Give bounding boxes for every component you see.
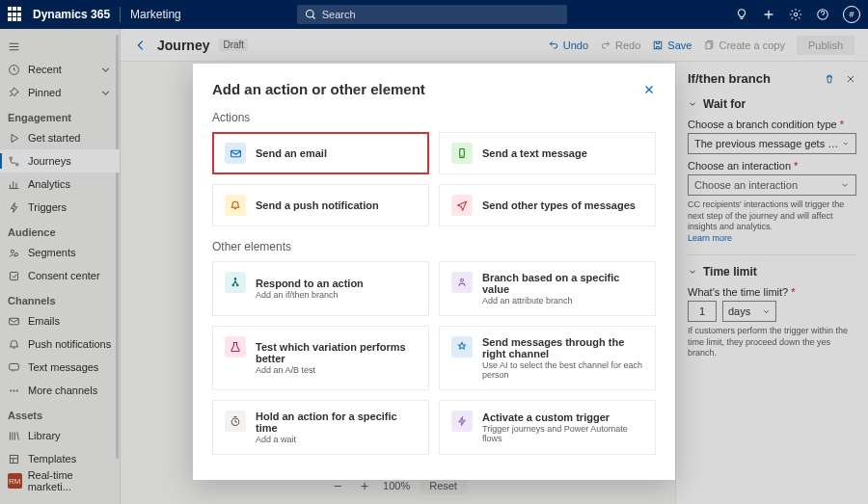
attribute-icon [451, 272, 473, 293]
svg-point-22 [461, 279, 464, 281]
close-icon[interactable] [642, 83, 656, 96]
lightbulb-icon[interactable] [735, 8, 748, 21]
modal-overlay: Add an action or other element Actions S… [0, 29, 868, 504]
svg-point-1 [794, 13, 798, 16]
timer-icon [225, 411, 246, 432]
divider [120, 7, 121, 22]
modal-title: Add an action or other element [212, 81, 425, 97]
section-other-label: Other elements [212, 240, 656, 253]
tile-custom-trigger[interactable]: Activate a custom trigger Trigger journe… [439, 400, 656, 455]
tile-ab-test[interactable]: Test which variation performs better Add… [212, 326, 429, 390]
search-input[interactable] [322, 9, 559, 20]
tile-right-channel[interactable]: Send messages through the right channel … [439, 326, 656, 390]
svg-rect-17 [231, 150, 240, 157]
bell-icon [225, 195, 246, 216]
tile-send-text[interactable]: Send a text message [439, 132, 656, 174]
tile-branch-value[interactable]: Branch based on a specific value Add an … [439, 261, 656, 316]
tile-send-push[interactable]: Send a push notification [212, 184, 429, 226]
section-actions-label: Actions [212, 111, 656, 124]
svg-point-0 [306, 11, 313, 18]
lightning-icon [451, 411, 473, 432]
svg-point-21 [237, 284, 239, 286]
search-icon [305, 9, 316, 20]
svg-point-20 [232, 284, 234, 286]
app-launcher-icon[interactable] [8, 7, 23, 22]
user-avatar[interactable]: # [843, 6, 860, 23]
tile-send-email[interactable]: Send an email [212, 132, 429, 174]
search-box[interactable] [297, 5, 567, 24]
product-name: Dynamics 365 [33, 8, 110, 21]
branch-icon [225, 272, 246, 293]
email-icon [225, 143, 246, 164]
help-icon[interactable] [816, 8, 829, 21]
tile-hold-action[interactable]: Hold an action for a specific time Add a… [212, 400, 429, 455]
top-right-actions: # [735, 6, 860, 23]
tile-send-other[interactable]: Send other types of messages [439, 184, 656, 226]
tile-respond-action[interactable]: Respond to an action Add an if/then bran… [212, 261, 429, 316]
top-bar: Dynamics 365 Marketing # [0, 0, 868, 29]
ai-icon [451, 336, 473, 358]
send-icon [451, 195, 473, 216]
subproduct-name: Marketing [130, 8, 181, 21]
plus-icon[interactable] [762, 8, 775, 21]
flask-icon [225, 336, 246, 358]
gear-icon[interactable] [789, 8, 802, 21]
phone-icon [451, 143, 473, 164]
add-action-modal: Add an action or other element Actions S… [193, 64, 675, 480]
